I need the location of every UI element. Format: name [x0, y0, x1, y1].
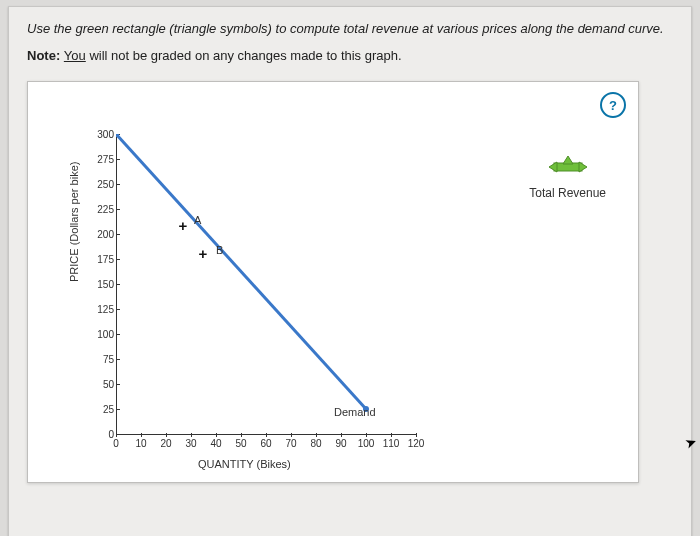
- svg-marker-1: [549, 162, 557, 172]
- svg-marker-2: [579, 162, 587, 172]
- x-tick: 60: [256, 438, 276, 449]
- x-tick: 110: [381, 438, 401, 449]
- chart-card: ? Total Revenue PRICE (Dollars per bike)…: [27, 81, 639, 483]
- note-rest: will not be graded on any changes made t…: [86, 48, 402, 63]
- point-a-label: A: [194, 214, 201, 226]
- x-tick: 50: [231, 438, 251, 449]
- x-tick: 20: [156, 438, 176, 449]
- legend-label: Total Revenue: [529, 186, 606, 200]
- y-tick: 250: [88, 180, 114, 190]
- point-b-label: B: [216, 244, 223, 256]
- y-tick: 300: [88, 130, 114, 140]
- help-button[interactable]: ?: [600, 92, 626, 118]
- y-tick: 225: [88, 205, 114, 215]
- x-tick: 0: [106, 438, 126, 449]
- plot-area[interactable]: + A + B Demand: [116, 134, 416, 434]
- point-a-marker[interactable]: +: [176, 219, 190, 233]
- worksheet-page: Use the green rectangle (triangle symbol…: [8, 6, 692, 536]
- note-text: Note: You will not be graded on any chan…: [27, 48, 673, 63]
- demand-line: [116, 134, 416, 434]
- note-prefix: Note:: [27, 48, 64, 63]
- x-tick: 30: [181, 438, 201, 449]
- x-tick: 120: [406, 438, 426, 449]
- x-tick: 70: [281, 438, 301, 449]
- y-tick: 50: [88, 380, 114, 390]
- x-tick: 40: [206, 438, 226, 449]
- x-axis-label: QUANTITY (Bikes): [198, 458, 291, 470]
- svg-line-4: [116, 134, 366, 409]
- instruction-text: Use the green rectangle (triangle symbol…: [27, 21, 673, 36]
- y-tick: 25: [88, 405, 114, 415]
- y-tick: 100: [88, 330, 114, 340]
- x-tick: 90: [331, 438, 351, 449]
- x-tick: 10: [131, 438, 151, 449]
- demand-series-label: Demand: [334, 406, 376, 418]
- y-tick: 175: [88, 255, 114, 265]
- y-tick: 75: [88, 355, 114, 365]
- x-tick: 80: [306, 438, 326, 449]
- y-tick: 150: [88, 280, 114, 290]
- total-revenue-icon: [546, 152, 590, 178]
- y-axis-label: PRICE (Dollars per bike): [68, 162, 80, 282]
- y-tick: 200: [88, 230, 114, 240]
- y-tick: 125: [88, 305, 114, 315]
- svg-marker-3: [563, 156, 573, 164]
- point-b-marker[interactable]: +: [196, 247, 210, 261]
- legend[interactable]: Total Revenue: [529, 152, 606, 200]
- note-underlined: You: [64, 48, 86, 63]
- x-tick: 100: [356, 438, 376, 449]
- y-tick: 275: [88, 155, 114, 165]
